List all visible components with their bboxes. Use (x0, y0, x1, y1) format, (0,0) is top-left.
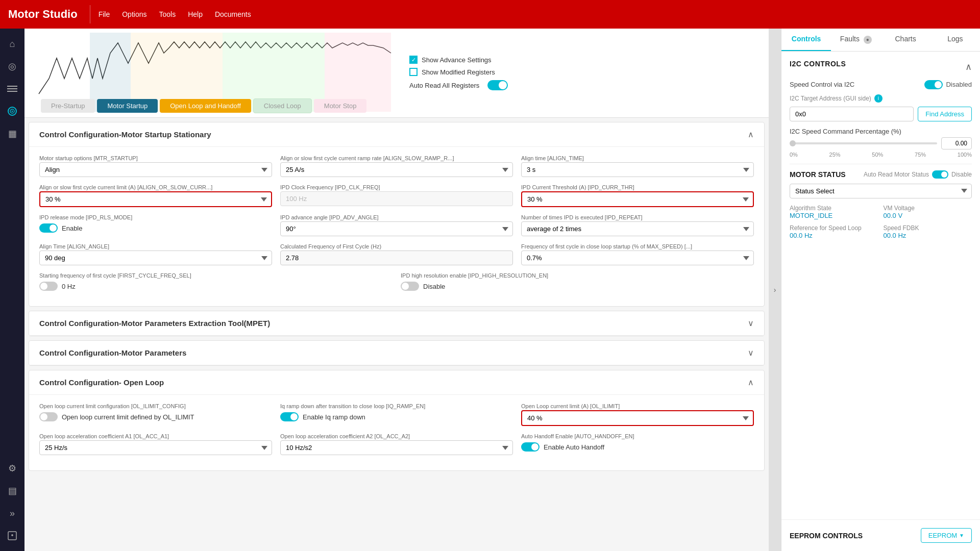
vm-voltage-value: 00.0 V (884, 212, 972, 219)
algorithm-state-item: Algorithm State MOTOR_IDLE (790, 205, 878, 219)
auto-read-toggle[interactable] (932, 170, 948, 179)
first-cycle-freq-select[interactable]: 0.7% (521, 251, 754, 265)
ol-ilimit-select[interactable]: 40 % (521, 410, 754, 426)
show-modified-registers-checkbox[interactable] (409, 68, 418, 76)
find-address-button[interactable]: Find Address (918, 107, 972, 121)
ipd-curr-thr-label: IPD Current Threshold (A) [IPD_CURR_THR] (521, 184, 754, 190)
tab-faults[interactable]: Faults ● (831, 29, 880, 51)
mtr-startup-select[interactable]: Align IPD Slow First Cycle (39, 162, 272, 177)
section-2-title: Control Configuration-Motor Parameters E… (39, 319, 270, 328)
svg-point-5 (12, 111, 13, 112)
auto-handoff-en-toggle[interactable] (521, 442, 540, 452)
motor-status-header: MOTOR STATUS Auto Read Motor Status Disa… (790, 170, 972, 179)
motor-status-title: MOTOR STATUS (790, 170, 846, 179)
speed-slider-labels: 0% 25% 50% 75% 100% (790, 152, 972, 158)
align-time-label: Align time [ALIGN_TIME] (521, 155, 754, 161)
eeprom-button[interactable]: EEPROM ▼ (921, 528, 972, 543)
show-advance-settings-checkbox[interactable]: ✓ (409, 56, 418, 64)
speed-fdbk-label: Speed FDBK (884, 224, 972, 232)
ol-acc-a2-select[interactable]: 10 Hz/s2 (280, 440, 513, 455)
sidebar-chart-icon[interactable]: ▦ (3, 124, 21, 143)
ipd-repeat-select[interactable]: average of 2 times (521, 221, 754, 236)
auto-read-knob (941, 171, 947, 178)
vm-voltage-label: VM Voltage (884, 205, 972, 212)
ipd-curr-thr-select[interactable]: 30 % (521, 191, 754, 207)
chart-area: ✓ Show Advance Settings Show Modified Re… (24, 29, 769, 118)
auto-read-row: Auto Read Motor Status Disable (864, 170, 972, 179)
sidebar-home-icon[interactable]: ⌂ (3, 35, 21, 53)
ol-acc-a1-select[interactable]: 25 Hz/s (39, 440, 272, 455)
ref-speed-value: 00.0 Hz (790, 232, 878, 239)
section-3-header[interactable]: Control Configuration-Motor Parameters ∨ (29, 341, 764, 365)
ol-ilimit-config-toggle[interactable] (39, 412, 58, 421)
ref-speed-item: Reference for Speed Loop 00.0 Hz (790, 224, 878, 239)
ipd-hi-res-knob (402, 283, 409, 290)
section-2-header[interactable]: Control Configuration-Motor Parameters E… (29, 311, 764, 336)
sidebar-target-icon[interactable] (3, 102, 21, 120)
mtr-startup-group: Motor startup options [MTR_STARTUP] Alig… (39, 155, 272, 177)
align-ramp-group: Align or slow first cycle current ramp r… (280, 155, 513, 177)
speed-slider-value[interactable]: 0.00 (941, 137, 972, 149)
sidebar-collapse-icon[interactable]: » (3, 504, 21, 522)
ipd-rls-mode-label: IPD release mode [IPD_RLS_MODE] (39, 214, 272, 220)
first-cycle-sel-toggle[interactable] (39, 282, 58, 291)
form-row-0: Motor startup options [MTR_STARTUP] Alig… (39, 155, 754, 177)
speed-control-row: Speed Control via I2C Disabled (790, 80, 972, 89)
panel-collapse-button[interactable]: › (769, 29, 781, 551)
ipd-adv-angle-select[interactable]: 90° (280, 221, 513, 236)
sidebar-sliders-icon[interactable] (3, 80, 21, 98)
tab-charts[interactable]: Charts (881, 29, 930, 51)
i2c-collapse-icon[interactable]: ∧ (965, 61, 972, 72)
step-open-loop[interactable]: Open Loop and Handoff (160, 99, 251, 113)
nav-documents[interactable]: Documents (215, 10, 251, 18)
sidebar-link-icon[interactable] (3, 527, 21, 545)
form-row-1: Align or slow first cycle current limit … (39, 184, 754, 207)
status-select[interactable]: Status Select (790, 184, 972, 198)
ol-acc-a2-label: Open loop acceleration coefficient A2 [O… (280, 433, 513, 439)
auto-handoff-en-value: Enable Auto Handoff (544, 443, 604, 451)
align-time-select[interactable]: 3 s (521, 162, 754, 177)
show-advance-settings-row: ✓ Show Advance Settings (409, 56, 508, 64)
step-pre-startup[interactable]: Pre-Startup (41, 99, 95, 113)
iq-ramp-en-knob (290, 413, 298, 420)
step-motor-stop[interactable]: Motor Stop (314, 99, 367, 113)
calc-freq-value: 2.78 (280, 251, 513, 265)
motor-status-grid: Algorithm State MOTOR_IDLE VM Voltage 00… (790, 205, 972, 239)
ol-ilimit-config-value: Open loop current limit defined by OL_IL… (62, 413, 194, 421)
section-4-header[interactable]: Control Configuration- Open Loop ∧ (29, 370, 764, 395)
section-1-header[interactable]: Control Configuration-Motor Startup Stat… (29, 122, 764, 147)
speed-control-toggle[interactable] (924, 80, 943, 89)
iq-ramp-en-toggle[interactable] (280, 412, 299, 421)
auto-read-all-registers-row: Auto Read All Registers (409, 80, 508, 90)
ipd-hi-res-toggle[interactable] (401, 282, 419, 291)
target-address-info-icon[interactable]: i (874, 94, 883, 103)
form-row-4: Starting frequency of first cycle [FIRST… (39, 272, 754, 291)
align-curr-limit-select[interactable]: 30 % (39, 191, 272, 207)
vm-voltage-item: VM Voltage 00.0 V (884, 205, 972, 219)
speed-slider-track[interactable] (790, 142, 937, 144)
slider-label-25: 25% (829, 152, 841, 158)
step-tabs: Pre-Startup Motor Startup Open Loop and … (29, 94, 379, 113)
align-angle-group: Align Time [ALIGN_ANGLE] 90 deg (39, 243, 272, 265)
sidebar-globe-icon[interactable]: ◎ (3, 57, 21, 76)
step-closed-loop[interactable]: Closed Loop (253, 98, 312, 113)
nav-options[interactable]: Options (122, 10, 146, 18)
auto-read-all-label: Auto Read All Registers (409, 82, 479, 89)
sidebar-database-icon[interactable]: ▤ (3, 482, 21, 500)
nav-help[interactable]: Help (188, 10, 203, 18)
auto-read-all-toggle[interactable] (487, 80, 508, 90)
sidebar-settings-icon[interactable]: ⚙ (3, 459, 21, 478)
ipd-rls-mode-toggle[interactable] (39, 223, 58, 233)
address-input[interactable] (790, 107, 914, 121)
nav-file[interactable]: File (99, 10, 110, 18)
left-sidebar: ⌂ ◎ ▦ ⚙ ▤ » (0, 29, 24, 551)
align-ramp-select[interactable]: 25 A/s (280, 162, 513, 177)
nav-tools[interactable]: Tools (159, 10, 176, 18)
align-curr-limit-group: Align or slow first cycle current limit … (39, 184, 272, 207)
step-motor-startup[interactable]: Motor Startup (97, 99, 158, 113)
align-angle-select[interactable]: 90 deg (39, 251, 272, 265)
tab-logs[interactable]: Logs (930, 29, 980, 51)
faults-badge: ● (864, 36, 872, 44)
tab-controls[interactable]: Controls (781, 29, 831, 51)
eeprom-section: EEPROM Controls EEPROM ▼ (781, 519, 980, 551)
